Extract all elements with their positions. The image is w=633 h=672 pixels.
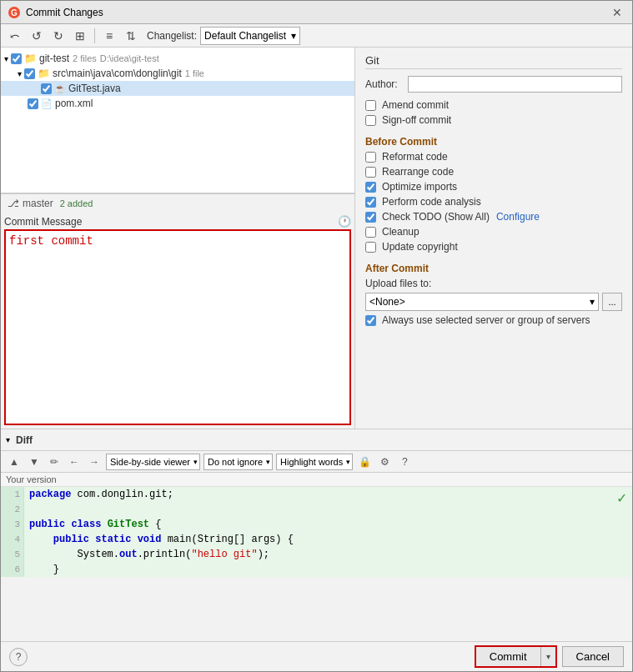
upload-dropdown[interactable]: <None> ▾	[365, 293, 599, 311]
diff-content: 1 package com.donglin.git; 2 3 public cl…	[1, 487, 632, 577]
rearrange-label[interactable]: Rearrange code	[382, 166, 454, 178]
commit-changes-dialog: G Commit Changes ✕ ⤺ ↺ ↻ ⊞ ≡ ⇅ Changelis…	[0, 0, 633, 672]
reformat-checkbox[interactable]	[365, 152, 376, 163]
changelist-dropdown[interactable]: Default Changelist ▾	[200, 27, 300, 45]
line-content-1: package com.donglin.git;	[24, 487, 632, 502]
branch-label: ⎇ master	[8, 198, 53, 209]
tree-item-git-test[interactable]: ▾ 📁 git-test 2 files D:\idea\git-test	[1, 51, 354, 66]
git-icon: G	[8, 6, 21, 19]
tree-item-pom[interactable]: 📄 pom.xml	[1, 96, 354, 111]
check-todo-checkbox[interactable]	[365, 212, 376, 223]
diff-edit-button[interactable]: ✏	[46, 454, 63, 470]
always-use-label[interactable]: Always use selected server or group of s…	[382, 314, 590, 326]
close-button[interactable]: ✕	[609, 7, 625, 18]
checkbox-git-test[interactable]	[11, 53, 22, 64]
after-commit-header: After Commit	[365, 263, 622, 274]
commit-dropdown-button[interactable]: ▾	[541, 647, 555, 666]
move-left-button[interactable]: ⤺	[6, 27, 24, 45]
rearrange-row: Rearrange code	[365, 166, 622, 178]
perform-checkbox[interactable]	[365, 197, 376, 208]
undo-button[interactable]: ↺	[28, 27, 46, 45]
diff-expand-icon[interactable]: ▾	[6, 435, 10, 444]
line-content-4: public static void main(String[] args) {	[24, 532, 632, 547]
author-row: Author:	[365, 76, 622, 93]
reformat-label[interactable]: Reformat code	[382, 151, 448, 163]
diff-down-button[interactable]: ▼	[26, 454, 43, 470]
status-bar: ⎇ master 2 added	[1, 193, 354, 212]
git-section-title: Git	[365, 54, 622, 69]
diff-back-button[interactable]: ←	[66, 454, 83, 470]
rearrange-checkbox[interactable]	[365, 167, 376, 178]
refresh-button[interactable]: ↻	[49, 27, 68, 45]
tree-label-pom: pom.xml	[55, 98, 93, 109]
author-input[interactable]	[408, 76, 622, 93]
amend-commit-label[interactable]: Amend commit	[382, 99, 449, 111]
tree-item-gittest[interactable]: ☕ GitTest.java	[1, 81, 354, 96]
code-line-4: 4 public static void main(String[] args)…	[1, 532, 632, 547]
checkbox-gittest[interactable]	[41, 83, 52, 94]
expand-icon[interactable]: ▾	[4, 54, 8, 63]
diff-title: Diff	[16, 434, 33, 446]
code-line-3: 3 public class GitTest {	[1, 517, 632, 532]
viewer-dropdown[interactable]: Side-by-side viewer ▾	[106, 454, 200, 470]
optimize-label[interactable]: Optimize imports	[382, 181, 457, 193]
commit-message-textarea[interactable]: first commit	[4, 229, 351, 425]
ignore-label: Do not ignore	[206, 457, 264, 467]
diff-lock-button[interactable]: 🔒	[356, 454, 373, 470]
checkbox-pom[interactable]	[28, 98, 38, 109]
diff-settings-button[interactable]: ⚙	[376, 454, 393, 470]
sign-off-label[interactable]: Sign-off commit	[382, 114, 451, 126]
left-panel: ▾ 📁 git-test 2 files D:\idea\git-test ▾ …	[1, 48, 355, 429]
tree-label-gittest: GitTest.java	[68, 83, 121, 94]
ignore-dropdown[interactable]: Do not ignore ▾	[203, 454, 273, 470]
diff-up-button[interactable]: ▲	[6, 454, 23, 470]
diff-help-button[interactable]: ?	[396, 454, 413, 470]
always-use-checkbox[interactable]	[365, 315, 376, 326]
line-num-1: 1	[1, 487, 24, 502]
update-copyright-checkbox[interactable]	[365, 242, 376, 253]
line-content-6: }	[24, 562, 632, 577]
checkmark-icon: ✓	[616, 490, 627, 506]
collapse-button[interactable]: ⇅	[122, 27, 140, 45]
update-copyright-label[interactable]: Update copyright	[382, 241, 458, 253]
checkbox-src[interactable]	[24, 68, 35, 79]
optimize-checkbox[interactable]	[365, 182, 376, 193]
footer: ? Commit ▾ Cancel	[1, 641, 632, 671]
commit-button[interactable]: Commit	[476, 647, 541, 666]
main-content: ▾ 📁 git-test 2 files D:\idea\git-test ▾ …	[1, 48, 632, 429]
diff-button[interactable]: ⊞	[71, 27, 89, 45]
diff-content-wrapper: 1 package com.donglin.git; 2 3 public cl…	[1, 487, 632, 641]
sign-off-checkbox[interactable]	[365, 115, 376, 126]
configure-link[interactable]: Configure	[496, 211, 540, 223]
amend-commit-checkbox[interactable]	[365, 100, 376, 111]
diff-forward-button[interactable]: →	[86, 454, 103, 470]
tree-meta-src: 1 file	[185, 68, 204, 78]
amend-commit-row: Amend commit	[365, 99, 622, 111]
branch-name: master	[23, 198, 53, 209]
ignore-arrow-icon: ▾	[266, 458, 270, 466]
tree-label-git-test: git-test	[39, 53, 69, 64]
upload-browse-button[interactable]: ...	[602, 293, 622, 311]
highlight-dropdown[interactable]: Highlight words ▾	[276, 454, 353, 470]
upload-arrow-icon: ▾	[590, 296, 595, 308]
cleanup-checkbox[interactable]	[365, 227, 376, 238]
line-num-5: 5	[1, 547, 24, 562]
reformat-row: Reformat code	[365, 151, 622, 163]
commit-message-label: Commit Message	[4, 216, 82, 228]
check-todo-label[interactable]: Check TODO (Show All)	[382, 211, 490, 223]
diff-version-label: Your version	[1, 473, 632, 487]
upload-value: <None>	[369, 296, 405, 308]
diff-header: ▾ Diff	[1, 429, 632, 451]
author-label: Author:	[365, 78, 403, 90]
title-bar: G Commit Changes ✕	[1, 1, 632, 24]
perform-label[interactable]: Perform code analysis	[382, 196, 481, 208]
cancel-button[interactable]: Cancel	[562, 646, 624, 667]
help-button[interactable]: ?	[9, 648, 28, 666]
expand-button[interactable]: ≡	[100, 27, 118, 45]
dialog-title: Commit Changes	[26, 7, 103, 18]
expand-icon-src[interactable]: ▾	[18, 69, 22, 78]
changelist-arrow-icon: ▾	[291, 30, 296, 42]
cleanup-label[interactable]: Cleanup	[382, 226, 419, 238]
tree-item-src[interactable]: ▾ 📁 src\main\java\com\donglin\git 1 file	[1, 66, 354, 81]
sign-off-row: Sign-off commit	[365, 114, 622, 126]
